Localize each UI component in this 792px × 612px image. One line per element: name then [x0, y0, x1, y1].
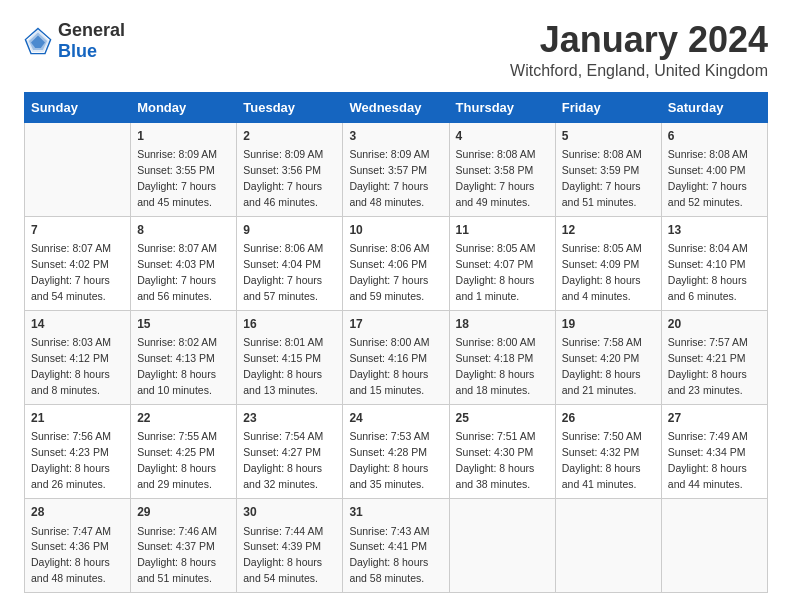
calendar-cell: 3Sunrise: 8:09 AM Sunset: 3:57 PM Daylig…: [343, 122, 449, 216]
logo-icon: [24, 27, 52, 55]
day-number: 5: [562, 128, 655, 145]
calendar-cell: 10Sunrise: 8:06 AM Sunset: 4:06 PM Dayli…: [343, 216, 449, 310]
calendar-table: SundayMondayTuesdayWednesdayThursdayFrid…: [24, 92, 768, 594]
calendar-cell: 27Sunrise: 7:49 AM Sunset: 4:34 PM Dayli…: [661, 405, 767, 499]
day-number: 2: [243, 128, 336, 145]
calendar-cell: 2Sunrise: 8:09 AM Sunset: 3:56 PM Daylig…: [237, 122, 343, 216]
day-number: 25: [456, 410, 549, 427]
subtitle: Witchford, England, United Kingdom: [510, 62, 768, 80]
day-info: Sunrise: 8:09 AM Sunset: 3:57 PM Dayligh…: [349, 148, 429, 208]
day-info: Sunrise: 8:08 AM Sunset: 4:00 PM Dayligh…: [668, 148, 748, 208]
header: General Blue January 2024 Witchford, Eng…: [24, 20, 768, 80]
calendar-cell: 31Sunrise: 7:43 AM Sunset: 4:41 PM Dayli…: [343, 499, 449, 593]
day-number: 10: [349, 222, 442, 239]
day-number: 21: [31, 410, 124, 427]
day-info: Sunrise: 8:08 AM Sunset: 3:59 PM Dayligh…: [562, 148, 642, 208]
calendar-cell: 30Sunrise: 7:44 AM Sunset: 4:39 PM Dayli…: [237, 499, 343, 593]
calendar-cell: 23Sunrise: 7:54 AM Sunset: 4:27 PM Dayli…: [237, 405, 343, 499]
calendar-cell: 26Sunrise: 7:50 AM Sunset: 4:32 PM Dayli…: [555, 405, 661, 499]
calendar-cell: 19Sunrise: 7:58 AM Sunset: 4:20 PM Dayli…: [555, 310, 661, 404]
logo: General Blue: [24, 20, 125, 62]
main-title: January 2024: [510, 20, 768, 60]
calendar-cell: 18Sunrise: 8:00 AM Sunset: 4:18 PM Dayli…: [449, 310, 555, 404]
column-header-sunday: Sunday: [25, 92, 131, 122]
day-number: 6: [668, 128, 761, 145]
day-number: 27: [668, 410, 761, 427]
calendar-cell: 24Sunrise: 7:53 AM Sunset: 4:28 PM Dayli…: [343, 405, 449, 499]
day-number: 30: [243, 504, 336, 521]
day-info: Sunrise: 8:06 AM Sunset: 4:06 PM Dayligh…: [349, 242, 429, 302]
day-info: Sunrise: 8:04 AM Sunset: 4:10 PM Dayligh…: [668, 242, 748, 302]
column-header-friday: Friday: [555, 92, 661, 122]
day-info: Sunrise: 8:06 AM Sunset: 4:04 PM Dayligh…: [243, 242, 323, 302]
calendar-cell: 29Sunrise: 7:46 AM Sunset: 4:37 PM Dayli…: [131, 499, 237, 593]
day-info: Sunrise: 7:56 AM Sunset: 4:23 PM Dayligh…: [31, 430, 111, 490]
calendar-cell: 28Sunrise: 7:47 AM Sunset: 4:36 PM Dayli…: [25, 499, 131, 593]
calendar-cell: 4Sunrise: 8:08 AM Sunset: 3:58 PM Daylig…: [449, 122, 555, 216]
calendar-body: 1Sunrise: 8:09 AM Sunset: 3:55 PM Daylig…: [25, 122, 768, 593]
day-info: Sunrise: 7:53 AM Sunset: 4:28 PM Dayligh…: [349, 430, 429, 490]
calendar-cell: 8Sunrise: 8:07 AM Sunset: 4:03 PM Daylig…: [131, 216, 237, 310]
calendar-cell: 9Sunrise: 8:06 AM Sunset: 4:04 PM Daylig…: [237, 216, 343, 310]
day-number: 4: [456, 128, 549, 145]
calendar-cell: 17Sunrise: 8:00 AM Sunset: 4:16 PM Dayli…: [343, 310, 449, 404]
column-header-monday: Monday: [131, 92, 237, 122]
day-number: 14: [31, 316, 124, 333]
day-number: 3: [349, 128, 442, 145]
day-info: Sunrise: 7:50 AM Sunset: 4:32 PM Dayligh…: [562, 430, 642, 490]
day-info: Sunrise: 7:51 AM Sunset: 4:30 PM Dayligh…: [456, 430, 536, 490]
day-number: 13: [668, 222, 761, 239]
calendar-cell: 20Sunrise: 7:57 AM Sunset: 4:21 PM Dayli…: [661, 310, 767, 404]
calendar-cell: 12Sunrise: 8:05 AM Sunset: 4:09 PM Dayli…: [555, 216, 661, 310]
day-info: Sunrise: 8:05 AM Sunset: 4:09 PM Dayligh…: [562, 242, 642, 302]
day-info: Sunrise: 8:05 AM Sunset: 4:07 PM Dayligh…: [456, 242, 536, 302]
day-number: 17: [349, 316, 442, 333]
day-number: 29: [137, 504, 230, 521]
calendar-cell: 16Sunrise: 8:01 AM Sunset: 4:15 PM Dayli…: [237, 310, 343, 404]
day-number: 18: [456, 316, 549, 333]
day-number: 28: [31, 504, 124, 521]
day-number: 23: [243, 410, 336, 427]
calendar-cell: 22Sunrise: 7:55 AM Sunset: 4:25 PM Dayli…: [131, 405, 237, 499]
day-info: Sunrise: 7:44 AM Sunset: 4:39 PM Dayligh…: [243, 525, 323, 585]
day-number: 20: [668, 316, 761, 333]
day-number: 16: [243, 316, 336, 333]
calendar-cell: 6Sunrise: 8:08 AM Sunset: 4:00 PM Daylig…: [661, 122, 767, 216]
day-info: Sunrise: 7:54 AM Sunset: 4:27 PM Dayligh…: [243, 430, 323, 490]
day-info: Sunrise: 7:46 AM Sunset: 4:37 PM Dayligh…: [137, 525, 217, 585]
day-number: 7: [31, 222, 124, 239]
calendar-cell: 25Sunrise: 7:51 AM Sunset: 4:30 PM Dayli…: [449, 405, 555, 499]
calendar-cell: 21Sunrise: 7:56 AM Sunset: 4:23 PM Dayli…: [25, 405, 131, 499]
day-number: 31: [349, 504, 442, 521]
day-number: 26: [562, 410, 655, 427]
day-number: 22: [137, 410, 230, 427]
title-block: January 2024 Witchford, England, United …: [510, 20, 768, 80]
day-number: 12: [562, 222, 655, 239]
day-info: Sunrise: 7:49 AM Sunset: 4:34 PM Dayligh…: [668, 430, 748, 490]
day-number: 9: [243, 222, 336, 239]
day-info: Sunrise: 7:43 AM Sunset: 4:41 PM Dayligh…: [349, 525, 429, 585]
day-number: 15: [137, 316, 230, 333]
calendar-cell: 5Sunrise: 8:08 AM Sunset: 3:59 PM Daylig…: [555, 122, 661, 216]
day-info: Sunrise: 8:01 AM Sunset: 4:15 PM Dayligh…: [243, 336, 323, 396]
day-info: Sunrise: 8:09 AM Sunset: 3:55 PM Dayligh…: [137, 148, 217, 208]
calendar-cell: [25, 122, 131, 216]
calendar-cell: 15Sunrise: 8:02 AM Sunset: 4:13 PM Dayli…: [131, 310, 237, 404]
day-info: Sunrise: 7:47 AM Sunset: 4:36 PM Dayligh…: [31, 525, 111, 585]
day-info: Sunrise: 7:55 AM Sunset: 4:25 PM Dayligh…: [137, 430, 217, 490]
day-info: Sunrise: 8:00 AM Sunset: 4:16 PM Dayligh…: [349, 336, 429, 396]
day-info: Sunrise: 8:00 AM Sunset: 4:18 PM Dayligh…: [456, 336, 536, 396]
calendar-cell: 13Sunrise: 8:04 AM Sunset: 4:10 PM Dayli…: [661, 216, 767, 310]
calendar-cell: 11Sunrise: 8:05 AM Sunset: 4:07 PM Dayli…: [449, 216, 555, 310]
calendar-cell: 7Sunrise: 8:07 AM Sunset: 4:02 PM Daylig…: [25, 216, 131, 310]
calendar-week-3: 14Sunrise: 8:03 AM Sunset: 4:12 PM Dayli…: [25, 310, 768, 404]
day-info: Sunrise: 8:03 AM Sunset: 4:12 PM Dayligh…: [31, 336, 111, 396]
calendar-cell: [555, 499, 661, 593]
day-info: Sunrise: 8:02 AM Sunset: 4:13 PM Dayligh…: [137, 336, 217, 396]
day-number: 24: [349, 410, 442, 427]
day-number: 19: [562, 316, 655, 333]
column-header-wednesday: Wednesday: [343, 92, 449, 122]
calendar-week-2: 7Sunrise: 8:07 AM Sunset: 4:02 PM Daylig…: [25, 216, 768, 310]
day-info: Sunrise: 7:57 AM Sunset: 4:21 PM Dayligh…: [668, 336, 748, 396]
calendar-week-1: 1Sunrise: 8:09 AM Sunset: 3:55 PM Daylig…: [25, 122, 768, 216]
